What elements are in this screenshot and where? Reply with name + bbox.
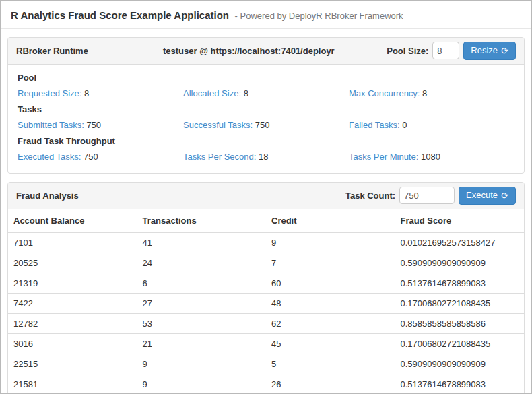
stat-label: Tasks Per Minute: bbox=[349, 152, 418, 162]
page: R Analytics Fraud Score Example Applicat… bbox=[1, 1, 531, 394]
fraud-panel-heading: Fraud Analysis Task Count: Execute⟳ bbox=[8, 183, 524, 209]
stat-submitted-tasks: Submitted Tasks: 750 bbox=[18, 120, 183, 130]
table-row: 301621450.17006802721088435 bbox=[8, 333, 524, 354]
table-cell: 41 bbox=[137, 232, 267, 253]
pool-size-input[interactable] bbox=[432, 42, 459, 59]
stat-value: 750 bbox=[84, 152, 98, 162]
stat-label: Requested Size: bbox=[18, 88, 81, 98]
table-row: 1278253620.8585858585858586 bbox=[8, 313, 524, 333]
runtime-panel-heading: RBroker Runtime testuser @ https://local… bbox=[8, 38, 524, 65]
stat-value: 750 bbox=[255, 120, 270, 130]
table-cell: 0.8585858585858586 bbox=[395, 313, 525, 333]
table-header-row: Account Balance Transactions Credit Frau… bbox=[8, 209, 524, 232]
table-cell: 7101 bbox=[8, 232, 137, 253]
execute-button[interactable]: Execute⟳ bbox=[459, 187, 516, 205]
table-row: 742227480.17006802721088435 bbox=[8, 293, 524, 313]
table-cell: 53 bbox=[137, 313, 267, 333]
stat-tasks-per-second: Tasks Per Second: 18 bbox=[183, 152, 349, 162]
stat-failed-tasks: Failed Tasks: 0 bbox=[349, 120, 514, 130]
column-header-fraud-score: Fraud Score bbox=[395, 209, 525, 232]
table-cell: 3016 bbox=[8, 333, 137, 354]
table-cell: 0.5137614678899083 bbox=[395, 273, 525, 293]
stat-successful-tasks: Successful Tasks: 750 bbox=[183, 120, 349, 130]
refresh-icon: ⟳ bbox=[501, 191, 508, 200]
fraud-table: Account Balance Transactions Credit Frau… bbox=[8, 209, 524, 394]
table-cell: 0.17006802721088435 bbox=[395, 293, 525, 313]
column-header-transactions: Transactions bbox=[137, 209, 267, 232]
stat-value: 8 bbox=[244, 88, 248, 98]
task-count-input[interactable] bbox=[399, 187, 455, 204]
stat-value: 8 bbox=[84, 88, 89, 98]
table-cell: 9 bbox=[137, 374, 267, 394]
table-row: 71014190.010216952573158427 bbox=[8, 232, 524, 253]
table-row: 205252470.5909090909090909 bbox=[8, 253, 524, 273]
endpoint-text: testuser @ https://localhost:7401/deploy… bbox=[163, 46, 387, 56]
table-cell: 0.17006802721088435 bbox=[395, 333, 525, 354]
table-cell: 9 bbox=[137, 354, 267, 374]
table-cell: 48 bbox=[266, 293, 395, 313]
runtime-panel-title: RBroker Runtime bbox=[16, 46, 163, 56]
stat-requested-size: Requested Size: 8 bbox=[18, 88, 183, 98]
table-cell: 21 bbox=[137, 333, 267, 354]
refresh-icon: ⟳ bbox=[501, 46, 508, 55]
runtime-panel-body: Pool Requested Size: 8 Allocated Size: 8… bbox=[8, 65, 524, 173]
table-row: 215819260.5137614678899083 bbox=[8, 374, 524, 394]
stat-label: Allocated Size: bbox=[183, 88, 241, 98]
table-cell: 27 bbox=[137, 293, 267, 313]
table-cell: 22515 bbox=[8, 354, 137, 374]
column-header-account-balance: Account Balance bbox=[8, 209, 137, 232]
task-count-controls: Task Count: Execute⟳ bbox=[345, 187, 516, 205]
execute-button-label: Execute bbox=[466, 190, 498, 201]
rbroker-runtime-panel: RBroker Runtime testuser @ https://local… bbox=[7, 37, 525, 174]
table-cell: 7422 bbox=[8, 293, 137, 313]
app-subtitle: - Powered by DeployR RBroker Framework bbox=[235, 11, 403, 21]
resize-button[interactable]: Resize⟳ bbox=[463, 42, 516, 60]
table-cell: 20525 bbox=[8, 253, 137, 273]
stat-value: 750 bbox=[86, 120, 101, 130]
stat-label: Executed Tasks: bbox=[18, 152, 81, 162]
stat-label: Submitted Tasks: bbox=[18, 120, 84, 130]
section-heading-throughput: Fraud Task Throughput bbox=[18, 136, 514, 146]
table-cell: 5 bbox=[266, 354, 395, 374]
table-cell: 7 bbox=[266, 253, 395, 273]
table-cell: 60 bbox=[266, 273, 395, 293]
table-row: 22515950.5909090909090909 bbox=[8, 354, 524, 374]
table-cell: 6 bbox=[137, 273, 267, 293]
stat-value: 18 bbox=[259, 152, 268, 162]
stat-label: Tasks Per Second: bbox=[183, 152, 256, 162]
table-cell: 12782 bbox=[8, 313, 137, 333]
table-cell: 24 bbox=[137, 253, 267, 273]
table-cell: 26 bbox=[266, 374, 395, 394]
column-header-credit: Credit bbox=[266, 209, 395, 232]
section-heading-tasks: Tasks bbox=[18, 104, 514, 114]
table-cell: 45 bbox=[266, 333, 395, 354]
stat-value: 0 bbox=[402, 120, 407, 130]
task-count-label: Task Count: bbox=[345, 191, 395, 201]
pool-size-controls: Pool Size: Resize⟳ bbox=[387, 42, 516, 60]
table-cell: 62 bbox=[266, 313, 395, 333]
table-row: 213196600.5137614678899083 bbox=[8, 273, 524, 293]
table-cell: 0.5909090909090909 bbox=[395, 354, 525, 374]
stat-row-throughput: Executed Tasks: 750 Tasks Per Second: 18… bbox=[18, 152, 514, 162]
stat-tasks-per-minute: Tasks Per Minute: 1080 bbox=[349, 152, 514, 162]
table-cell: 21319 bbox=[8, 273, 137, 293]
stat-label: Failed Tasks: bbox=[349, 120, 400, 130]
stat-executed-tasks: Executed Tasks: 750 bbox=[18, 152, 183, 162]
table-cell: 0.5909090909090909 bbox=[395, 253, 525, 273]
stat-value: 1080 bbox=[421, 152, 440, 162]
stat-row-pool: Requested Size: 8 Allocated Size: 8 Max … bbox=[18, 88, 514, 98]
section-heading-pool: Pool bbox=[18, 73, 514, 83]
stat-row-tasks: Submitted Tasks: 750 Successful Tasks: 7… bbox=[18, 120, 514, 130]
resize-button-label: Resize bbox=[471, 45, 498, 57]
app-title: R Analytics Fraud Score Example Applicat… bbox=[11, 9, 229, 21]
table-cell: 9 bbox=[266, 232, 395, 253]
table-cell: 0.010216952573158427 bbox=[395, 232, 525, 253]
stat-value: 8 bbox=[422, 88, 427, 98]
stat-label: Successful Tasks: bbox=[183, 120, 253, 130]
fraud-table-body: 71014190.010216952573158427205252470.590… bbox=[8, 232, 524, 394]
fraud-panel-title: Fraud Analysis bbox=[16, 191, 345, 201]
fraud-table-head: Account Balance Transactions Credit Frau… bbox=[8, 209, 524, 232]
fraud-analysis-panel: Fraud Analysis Task Count: Execute⟳ Acco… bbox=[7, 182, 525, 394]
table-cell: 21581 bbox=[8, 374, 137, 394]
app-header: R Analytics Fraud Score Example Applicat… bbox=[1, 1, 531, 29]
